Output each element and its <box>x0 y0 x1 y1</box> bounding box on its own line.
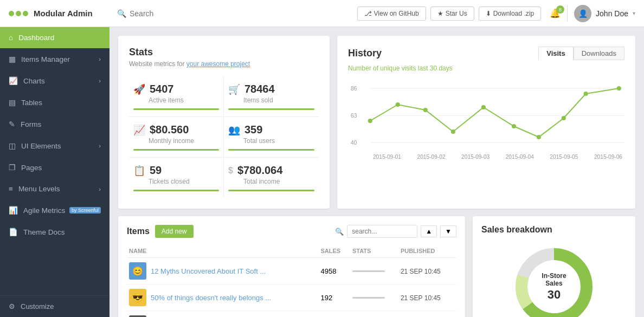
main-content: Stats Website metrics for your awesome p… <box>110 27 644 317</box>
income-icon: 📈 <box>133 124 145 136</box>
x-label-1: 2015-09-02 <box>417 154 446 160</box>
add-new-button[interactable]: Add new <box>155 225 194 238</box>
active-items-label: Active items <box>133 96 219 104</box>
chevron-right-icon-menu: › <box>99 186 101 192</box>
chevron-down-icon: ▾ <box>633 10 635 16</box>
monthly-income-value: $80.560 <box>150 124 189 136</box>
chart-dot-0 <box>368 119 372 123</box>
customize-button[interactable]: ⚙ Customize <box>0 295 110 317</box>
sidebar-item-ui-elements[interactable]: ◫ UI Elements › <box>0 135 110 157</box>
item-name-cell: ⬡ Vestibulum tincidunt amet laoreet ... <box>127 311 318 318</box>
sidebar-item-menu-levels[interactable]: ≡ Menu Levels › <box>0 178 110 199</box>
chart-dot-5 <box>512 124 516 128</box>
stats-link[interactable]: your awesome project <box>186 60 250 68</box>
tab-downloads[interactable]: Downloads <box>574 47 624 60</box>
stat-items-sold: 🛒 78464 Items sold <box>224 76 319 117</box>
topnav-right: 🔔 8 👤 John Doe ▾ <box>550 5 635 22</box>
search-icon: 🔍 <box>117 9 126 18</box>
x-label-2: 2015-09-03 <box>461 154 490 160</box>
topnav-actions: ⎇ View on GitHub ★ Star Us ⬇ Download .z… <box>357 7 542 21</box>
settings-icon: ⚙ <box>9 302 15 310</box>
cart-icon: 🛒 <box>228 83 240 95</box>
chevron-right-icon-charts: › <box>99 77 101 84</box>
stats-subtitle: Website metrics for your awesome project <box>129 60 319 68</box>
sort-up-button[interactable]: ▲ <box>421 225 437 237</box>
donut-center-value: 30 <box>532 287 576 301</box>
total-income-value: $780.064 <box>237 164 282 177</box>
chart-area: 86 63 40 2015-09-01 2015-09-02 2015-09-0… <box>348 77 624 164</box>
items-search-input[interactable] <box>347 225 417 238</box>
x-label-4: 2015-09-05 <box>550 154 578 160</box>
sidebar-label-tables: Tables <box>21 99 42 107</box>
star-icon: ★ <box>437 10 443 17</box>
star-button[interactable]: ★ Star Us <box>430 7 474 21</box>
item-published: 21 SEP 10:45 <box>398 258 456 284</box>
github-button[interactable]: ⎇ View on GitHub <box>357 7 426 21</box>
stat-total-income: $ $780.064 Total income <box>224 158 319 198</box>
sidebar-item-charts[interactable]: 📈 Charts › <box>0 70 110 92</box>
item-name-link[interactable]: 12 Myths Uncovered About IT Soft ... <box>151 267 266 275</box>
x-label-5: 2015-09-06 <box>594 154 623 160</box>
items-header: Items Add new 🔍 ▲ ▼ <box>127 225 456 238</box>
chart-dot-1 <box>396 102 400 107</box>
sidebar-item-agile-metrics[interactable]: 📊 Agile Metrics by Screenful <box>0 199 110 221</box>
sales-card: Sales breakdown <box>473 216 635 317</box>
github-icon: ⎇ <box>364 10 372 17</box>
sidebar-item-pages[interactable]: ❐ Pages <box>0 157 110 178</box>
items-sold-value: 78464 <box>244 83 275 95</box>
item-thumb: 😊 <box>129 262 146 280</box>
col-stats: Stats <box>350 244 398 258</box>
item-stats <box>350 284 398 311</box>
items-header-left: Items Add new <box>127 225 194 238</box>
brand-dot-3 <box>23 11 28 16</box>
sidebar-item-tables[interactable]: ▤ Tables <box>0 92 110 113</box>
stat-tickets-closed: 📋 59 Tickets closed <box>129 158 224 198</box>
notification-badge: 8 <box>556 5 564 14</box>
history-title: History <box>348 48 382 59</box>
item-name-link[interactable]: 50% of things doesn't really belongs ... <box>151 294 271 302</box>
menu-icon: ≡ <box>9 185 13 193</box>
stats-card: Stats Website metrics for your awesome p… <box>118 36 330 209</box>
avatar: 👤 <box>574 5 591 22</box>
sidebar-item-items-manager[interactable]: ▦ Items Manager › <box>0 48 110 70</box>
download-icon: ⬇ <box>486 10 491 17</box>
chart-dot-3 <box>451 130 455 134</box>
total-users-bar <box>228 149 314 151</box>
chart-line-visits <box>370 88 619 137</box>
chart-dot-6 <box>537 135 541 139</box>
chart-dot-4 <box>481 105 486 109</box>
chart-icon: 📈 <box>9 76 18 85</box>
customize-label: Customize <box>21 302 54 310</box>
stat-monthly-income: 📈 $80.560 Monthly income <box>129 117 224 158</box>
sort-down-button[interactable]: ▼ <box>440 225 456 237</box>
sidebar-label-ui-elements: UI Elements <box>21 142 61 150</box>
items-search-box: 🔍 ▲ ▼ <box>335 225 456 238</box>
sidebar-label-charts: Charts <box>23 77 45 85</box>
sidebar-item-forms[interactable]: ✎ Forms <box>0 113 110 135</box>
item-sales: 192 <box>318 284 350 311</box>
item-sales: 2143 <box>318 311 350 318</box>
stats-grid: 🚀 5407 Active items 🛒 78464 Items sold <box>129 76 319 198</box>
search-input[interactable] <box>130 9 238 18</box>
tab-visits[interactable]: Visits <box>538 47 573 60</box>
users-icon: 👥 <box>228 124 240 136</box>
brand-name: Modular Admin <box>34 9 93 18</box>
brand-dot-1 <box>9 11 14 16</box>
download-button[interactable]: ⬇ Download .zip <box>479 7 541 21</box>
history-tabs: Visits Downloads <box>538 47 624 60</box>
brand: Modular Admin <box>9 9 117 18</box>
history-header: History Visits Downloads <box>348 47 624 60</box>
table-header-row: Name Sales Stats Published <box>127 244 456 258</box>
history-card: History Visits Downloads Number of uniqu… <box>337 36 635 209</box>
search-items-icon: 🔍 <box>335 228 344 236</box>
bottom-row: Items Add new 🔍 ▲ ▼ Name Sales <box>118 216 635 317</box>
top-cards-row: Stats Website metrics for your awesome p… <box>118 36 635 209</box>
screenful-badge: by Screenful <box>69 207 101 214</box>
notification-bell[interactable]: 🔔 8 <box>550 8 561 18</box>
sidebar-item-theme-docs[interactable]: 📄 Theme Docs <box>0 221 110 243</box>
home-icon: ⌂ <box>9 34 13 42</box>
table-row: ⬡ Vestibulum tincidunt amet laoreet ... … <box>127 311 456 318</box>
metrics-icon: 📊 <box>9 206 18 215</box>
sidebar-item-dashboard[interactable]: ⌂ Dashboard <box>0 27 110 48</box>
user-menu[interactable]: 👤 John Doe ▾ <box>574 5 635 22</box>
